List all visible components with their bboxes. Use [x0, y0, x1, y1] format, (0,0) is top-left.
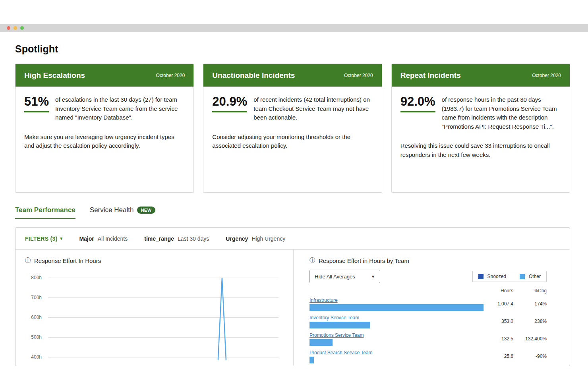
filter-bar: FILTERS (3) ▾ MajorAll Incidents time_ra… [15, 228, 570, 250]
team-hours: 25.6 [485, 353, 513, 359]
card-advice: Resolving this issue could save 33 inter… [400, 141, 561, 159]
y-tick: 400h [25, 354, 42, 360]
team-hours: 353.0 [485, 319, 513, 324]
team-pct-change: 132,400% [513, 336, 547, 342]
card-high-escalations: High Escalations October 2020 51% of esc… [15, 64, 194, 193]
team-row: Infrastructure 1,007.4 174% [309, 296, 547, 311]
team-pct-change: -90% [513, 353, 547, 359]
team-bar [309, 339, 333, 346]
team-pct-change: 174% [513, 301, 547, 307]
y-tick: 500h [25, 334, 42, 340]
filter-major[interactable]: MajorAll Incidents [79, 236, 128, 242]
filter-name: time_range [144, 236, 174, 242]
filter-value: All Incidents [98, 236, 128, 242]
team-hours: 1,007.4 [485, 301, 513, 307]
team-bar [309, 322, 370, 328]
response-effort-by-team-chart: ⓘ Response Effort in Hours by Team Hide … [294, 250, 570, 366]
chevron-down-icon: ▾ [60, 236, 63, 241]
main-content: Spotlight High Escalations October 2020 … [0, 43, 588, 366]
tab-team-performance[interactable]: Team Performance [15, 206, 75, 219]
team-row: Product Search Service Team 25.6 -90% [309, 349, 547, 363]
zoom-window-icon[interactable] [20, 26, 24, 30]
hours-column-header: Hours [485, 288, 513, 294]
close-window-icon[interactable] [7, 26, 10, 30]
window-titlebar [0, 24, 588, 32]
team-link[interactable]: Product Search Service Team [309, 350, 373, 355]
card-date: October 2020 [532, 73, 561, 78]
caret-down-icon: ▼ [371, 274, 375, 279]
other-swatch-icon [520, 274, 525, 279]
filters-toggle[interactable]: FILTERS (3) ▾ [25, 236, 62, 242]
stat-description: of escalations in the last 30 days (27) … [55, 95, 185, 122]
card-title: Repeat Incidents [400, 71, 461, 80]
legend-label: Other [529, 274, 541, 279]
y-tick: 600h [25, 315, 42, 320]
card-header: Repeat Incidents October 2020 [392, 64, 570, 87]
team-row: Promotions Service Team 132.5 132,400% [309, 331, 547, 346]
team-bar [309, 357, 314, 363]
legend-label: Snoozed [487, 274, 506, 279]
stat-value: 51% [24, 95, 49, 112]
filter-value: High Urgency [251, 236, 285, 242]
card-body: 92.0% of response hours in the past 30 d… [392, 87, 570, 168]
team-link[interactable]: Promotions Service Team [309, 332, 364, 338]
effort-spike-line [48, 273, 279, 360]
card-repeat-incidents: Repeat Incidents October 2020 92.0% of r… [391, 64, 570, 193]
stat-value: 20.9% [212, 95, 247, 112]
info-icon[interactable]: ⓘ [25, 257, 31, 264]
snoozed-swatch-icon [478, 274, 484, 279]
new-badge: NEW [137, 207, 155, 214]
card-title: High Escalations [24, 71, 85, 80]
card-date: October 2020 [344, 73, 373, 78]
card-advice: Make sure you are leveraging low urgency… [24, 133, 185, 151]
stat-description: of recent incidents (42 total interrupti… [253, 95, 373, 122]
spotlight-cards: High Escalations October 2020 51% of esc… [15, 64, 570, 193]
team-hours: 132.5 [485, 336, 513, 342]
card-date: October 2020 [156, 73, 185, 78]
team-link[interactable]: Inventory Service Team [309, 315, 359, 321]
filters-label: FILTERS (3) [25, 236, 58, 242]
filter-urgency[interactable]: UrgencyHigh Urgency [226, 236, 285, 242]
stat-value: 92.0% [400, 95, 435, 112]
filter-name: Urgency [226, 236, 248, 242]
tab-label: Team Performance [15, 206, 75, 214]
response-effort-chart: ⓘ Response Effort In Hours 800h 700h 600… [15, 250, 294, 366]
line-chart-plot: 800h 700h 600h 500h 400h [25, 273, 288, 360]
card-header: Unactionable Incidents October 2020 [203, 64, 381, 87]
charts-area: ⓘ Response Effort In Hours 800h 700h 600… [15, 250, 570, 366]
legend: Snoozed Other [472, 271, 547, 282]
card-body: 20.9% of recent incidents (42 total inte… [203, 87, 381, 159]
team-pct-change: 238% [513, 319, 547, 324]
dropdown-value: Hide All Averages [315, 274, 355, 280]
card-title: Unactionable Incidents [212, 71, 295, 80]
card-body: 51% of escalations in the last 30 days (… [15, 87, 193, 159]
stat-description: of response hours in the past 30 days (1… [442, 95, 561, 131]
y-tick: 700h [25, 295, 42, 300]
column-headers: Hours %Chg [309, 288, 547, 294]
pct-change-column-header: %Chg [513, 288, 547, 294]
team-bar [309, 304, 484, 311]
analytics-panel: FILTERS (3) ▾ MajorAll Incidents time_ra… [15, 227, 570, 366]
tabs: Team Performance Service Health NEW [15, 206, 570, 219]
tab-service-health[interactable]: Service Health NEW [90, 206, 155, 219]
filter-time-range[interactable]: time_rangeLast 30 days [144, 236, 209, 242]
filter-name: Major [79, 236, 94, 242]
tab-label: Service Health [90, 206, 134, 214]
chart-title: Response Effort in Hours by Team [319, 257, 409, 264]
team-row: Inventory Service Team 353.0 238% [309, 314, 547, 328]
minimize-window-icon[interactable] [14, 26, 17, 30]
team-link[interactable]: Infrastructure [309, 297, 338, 303]
y-tick: 800h [25, 275, 42, 280]
averages-dropdown[interactable]: Hide All Averages ▼ [309, 270, 380, 283]
card-unactionable-incidents: Unactionable Incidents October 2020 20.9… [203, 64, 382, 193]
card-header: High Escalations October 2020 [15, 64, 193, 87]
page-title: Spotlight [15, 43, 570, 55]
card-advice: Consider adjusting your monitoring thres… [212, 133, 373, 151]
chart-title: Response Effort In Hours [34, 257, 101, 264]
info-icon[interactable]: ⓘ [309, 257, 315, 264]
filter-value: Last 30 days [178, 236, 209, 242]
